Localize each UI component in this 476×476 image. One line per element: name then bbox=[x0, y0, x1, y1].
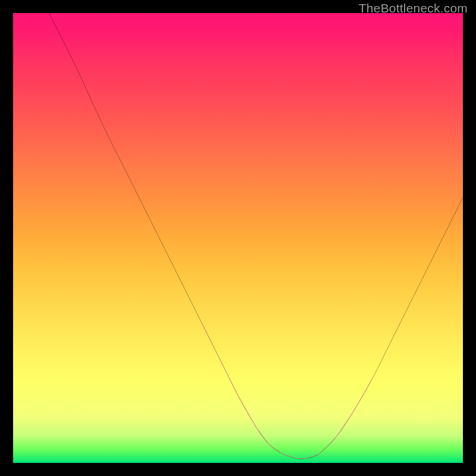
chart-frame: TheBottleneck.com bbox=[0, 0, 476, 476]
bottleneck-curve bbox=[49, 13, 463, 459]
highlight-segment-left bbox=[202, 324, 256, 427]
curve-chart bbox=[13, 13, 463, 463]
highlight-segment-right bbox=[337, 377, 372, 436]
highlight-segment-middle bbox=[256, 427, 337, 459]
plot-area bbox=[13, 13, 463, 463]
